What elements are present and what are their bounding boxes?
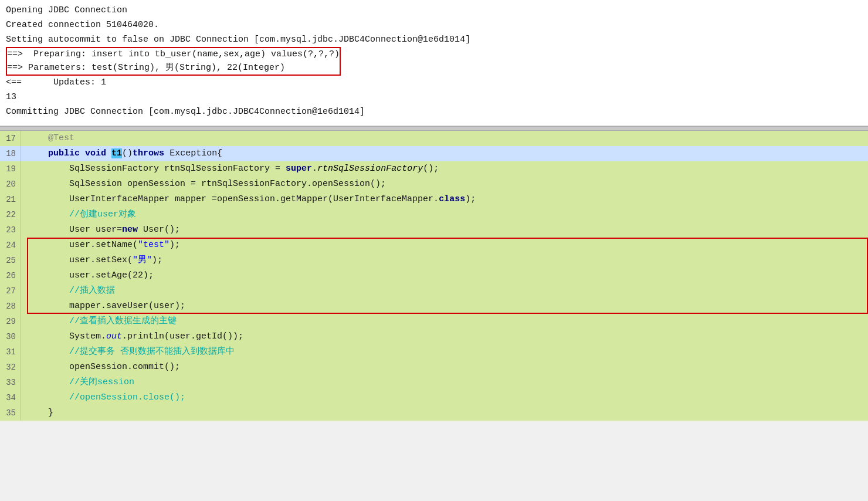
- code-content-20: SqlSession openSession = rtnSqlSessionFa…: [21, 177, 868, 192]
- line-number-31: 31: [0, 344, 21, 360]
- redbox-group: 24 user.setName("test"); 25 user.setSex(…: [0, 238, 868, 314]
- code-line-22: 22 //创建user对象: [0, 207, 868, 222]
- console-line-created: Created connection 510464020.: [6, 18, 862, 33]
- line-number-26: 26: [0, 268, 21, 283]
- line-number-24: 24: [0, 238, 21, 253]
- code-content-33: //关闭session: [21, 375, 868, 390]
- console-line-autocommit: Setting autocommit to false on JDBC Conn…: [6, 33, 862, 48]
- console-line-updates: <== Updates: 1: [6, 76, 862, 90]
- line-number-18: 18: [0, 146, 21, 161]
- code-content-26: user.setAge(22);: [21, 268, 868, 283]
- code-line-34: 34 //openSession.close();: [0, 390, 868, 405]
- console-line-committing: Committing JDBC Connection [com.mysql.jd…: [6, 105, 862, 120]
- code-line-18: 18 public void t1()throws Exception{: [0, 146, 868, 161]
- divider: [0, 126, 868, 131]
- line-number-19: 19: [0, 161, 21, 177]
- code-content-25: user.setSex("男");: [21, 253, 868, 268]
- code-content-23: User user=new User();: [21, 222, 868, 238]
- code-content-34: //openSession.close();: [21, 390, 868, 405]
- console-output: Opening JDBC Connection Created connecti…: [0, 0, 868, 126]
- code-line-25: 25 user.setSex("男");: [0, 253, 868, 268]
- code-content-19: SqlSessionFactory rtnSqlSessionFactory =…: [21, 161, 868, 177]
- code-content-27: //插入数据: [21, 283, 868, 299]
- line-number-34: 34: [0, 390, 21, 405]
- code-content-21: UserInterfaceMapper mapper =openSession.…: [21, 192, 868, 207]
- line-number-20: 20: [0, 177, 21, 192]
- line-number-23: 23: [0, 222, 21, 238]
- code-content-32: openSession.commit();: [21, 360, 868, 375]
- code-content-17: @Test: [21, 131, 868, 146]
- line-number-17: 17: [0, 131, 21, 146]
- line-number-33: 33: [0, 375, 21, 390]
- code-line-19: 19 SqlSessionFactory rtnSqlSessionFactor…: [0, 161, 868, 177]
- line-number-22: 22: [0, 207, 21, 222]
- code-line-29: 29 //查看插入数据生成的主键: [0, 314, 868, 329]
- line-number-30: 30: [0, 329, 21, 344]
- code-content-18: public void t1()throws Exception{: [21, 146, 868, 161]
- line-number-35: 35: [0, 405, 21, 421]
- console-line-13: 13: [6, 90, 862, 105]
- code-line-32: 32 openSession.commit();: [0, 360, 868, 375]
- code-line-35: 35 }: [0, 405, 868, 421]
- code-line-17: 17 @Test: [0, 131, 868, 146]
- code-content-24: user.setName("test");: [21, 238, 868, 253]
- code-content-22: //创建user对象: [21, 207, 868, 222]
- console-line-preparing: ==> Preparing: insert into tb_user(name,…: [6, 47, 862, 76]
- line-number-21: 21: [0, 192, 21, 207]
- code-line-27: 27 //插入数据: [0, 283, 868, 299]
- code-line-24: 24 user.setName("test");: [0, 238, 868, 253]
- code-line-31: 31 //提交事务 否则数据不能插入到数据库中: [0, 344, 868, 360]
- line-number-32: 32: [0, 360, 21, 375]
- code-content-35: }: [21, 405, 868, 421]
- code-line-33: 33 //关闭session: [0, 375, 868, 390]
- code-line-23: 23 User user=new User();: [0, 222, 868, 238]
- line-number-28: 28: [0, 299, 21, 314]
- code-content-28: mapper.saveUser(user);: [21, 299, 868, 314]
- code-line-26: 26 user.setAge(22);: [0, 268, 868, 283]
- console-line-opening: Opening JDBC Connection: [6, 4, 862, 18]
- line-number-27: 27: [0, 283, 21, 299]
- code-line-20: 20 SqlSession openSession = rtnSqlSessio…: [0, 177, 868, 192]
- code-content-31: //提交事务 否则数据不能插入到数据库中: [21, 344, 868, 360]
- code-line-21: 21 UserInterfaceMapper mapper =openSessi…: [0, 192, 868, 207]
- code-content-29: //查看插入数据生成的主键: [21, 314, 868, 329]
- code-editor: 17 @Test 18 public void t1()throws Excep…: [0, 131, 868, 421]
- line-number-25: 25: [0, 253, 21, 268]
- line-number-29: 29: [0, 314, 21, 329]
- code-content-30: System.out.println(user.getId());: [21, 329, 868, 344]
- code-line-28: 28 mapper.saveUser(user);: [0, 299, 868, 314]
- code-line-30: 30 System.out.println(user.getId());: [0, 329, 868, 344]
